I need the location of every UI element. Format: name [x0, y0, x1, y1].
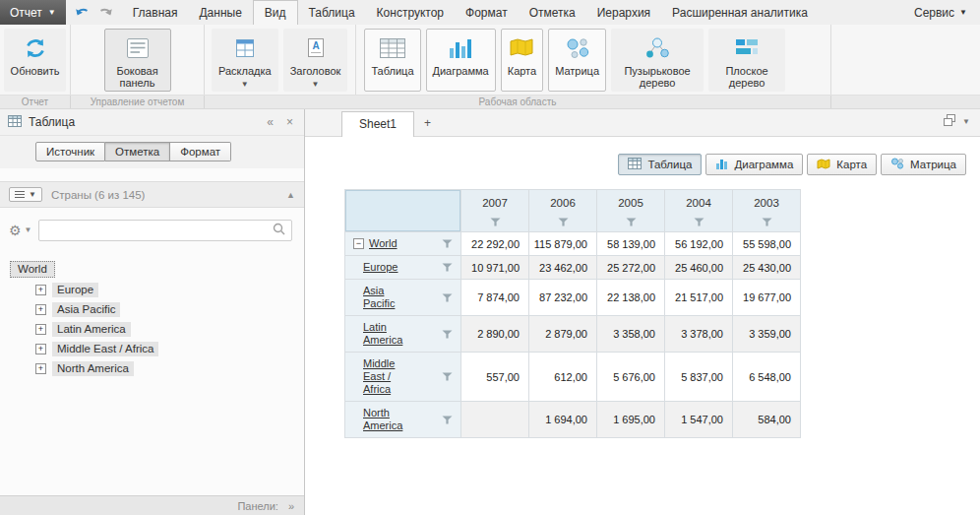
menu-tab-7[interactable]: Отметка [519, 0, 586, 25]
expand-icon[interactable]: + [35, 363, 46, 374]
service-menu-button[interactable]: Сервис ▼ [901, 0, 980, 25]
tree-item[interactable]: +Latin America [35, 322, 296, 337]
tree-item-label[interactable]: Asia Pacific [52, 302, 120, 317]
column-header[interactable]: 2003 [733, 189, 801, 232]
data-cell[interactable]: 3 378,00 [665, 316, 733, 353]
sidebar-tab-1[interactable]: Источник [35, 142, 105, 161]
close-panel-icon[interactable]: × [283, 115, 296, 129]
data-cell[interactable]: 115 879,00 [529, 232, 597, 256]
filter-icon[interactable] [490, 218, 501, 226]
sheet-tab[interactable]: Sheet1 [341, 111, 414, 137]
data-cell[interactable]: 25 430,00 [733, 256, 801, 280]
data-cell[interactable]: 56 192,00 [665, 232, 733, 256]
table-corner-cell[interactable] [344, 189, 461, 232]
chevron-down-icon[interactable]: ▼ [962, 118, 970, 126]
data-cell[interactable]: 3 359,00 [733, 316, 801, 353]
expand-icon[interactable]: + [35, 344, 46, 354]
bubble-tree-button[interactable]: Пузырьковое дерево [611, 29, 704, 92]
data-cell[interactable]: 2 879,00 [529, 316, 597, 353]
add-sheet-button[interactable]: + [414, 111, 441, 136]
tree-item-label[interactable]: Europe [52, 283, 98, 297]
flat-tree-button[interactable]: Плоское дерево [708, 29, 785, 92]
member-link[interactable]: North America [363, 407, 414, 432]
refresh-button[interactable]: Обновить [4, 29, 67, 92]
tree-item[interactable]: +Asia Pacific [35, 302, 296, 317]
tree-item-label[interactable]: Latin America [52, 322, 131, 337]
row-header[interactable]: Middle East / Africa [344, 353, 461, 402]
menu-tab-1[interactable]: Главная [122, 0, 189, 25]
report-menu-button[interactable]: Отчет ▼ [0, 0, 66, 25]
view-chart-button[interactable]: Диаграмма [705, 154, 803, 175]
menu-tab-4[interactable]: Таблица [298, 0, 366, 25]
row-header[interactable]: Latin America [344, 316, 461, 353]
collapse-panel-icon[interactable]: « [264, 115, 276, 129]
menu-tab-6[interactable]: Формат [455, 0, 519, 25]
window-cascade-icon[interactable] [943, 113, 956, 130]
data-cell[interactable]: 10 971,00 [461, 256, 529, 280]
data-cell[interactable]: 58 139,00 [597, 232, 665, 256]
filter-icon[interactable] [442, 293, 453, 302]
data-cell[interactable]: 21 517,00 [665, 280, 733, 316]
data-cell[interactable]: 22 292,00 [461, 232, 529, 256]
settings-button[interactable]: ⚙ ▼ [9, 223, 31, 238]
expand-icon[interactable]: + [35, 285, 46, 295]
data-cell[interactable]: 7 874,00 [461, 280, 529, 316]
menu-tab-2[interactable]: Данные [188, 0, 252, 25]
title-button[interactable]: A Заголовок ▼ [283, 29, 348, 92]
view-table-button[interactable]: Таблица [618, 154, 702, 175]
data-cell[interactable]: 557,00 [461, 353, 529, 402]
filter-icon[interactable] [694, 218, 704, 226]
filter-icon[interactable] [442, 239, 453, 248]
tree-item-label[interactable]: North America [52, 361, 134, 376]
menu-tab-3[interactable]: Вид [253, 0, 298, 25]
data-cell[interactable] [461, 402, 529, 438]
tree-item-world[interactable]: World [10, 261, 296, 278]
data-cell[interactable]: 25 460,00 [665, 256, 733, 280]
table-view-button[interactable]: Таблица [364, 29, 420, 92]
filter-icon[interactable] [442, 372, 453, 381]
data-cell[interactable]: 23 462,00 [529, 256, 597, 280]
layout-button[interactable]: Раскладка ▼ [212, 29, 278, 92]
row-header[interactable]: Europe [344, 256, 461, 280]
view-matrix-button[interactable]: Матрица [881, 154, 966, 175]
redo-icon[interactable] [98, 5, 113, 21]
matrix-view-button[interactable]: Матрица [548, 29, 606, 92]
view-map-button[interactable]: Карта [807, 154, 877, 175]
member-link[interactable]: Europe [363, 261, 414, 274]
collapse-section-icon[interactable]: ▲ [286, 190, 295, 200]
filter-icon[interactable] [442, 416, 453, 424]
data-cell[interactable]: 22 138,00 [597, 280, 665, 316]
chart-view-button[interactable]: Диаграмма [426, 29, 496, 92]
row-header[interactable]: −World [344, 232, 461, 256]
row-header[interactable]: Asia Pacific [344, 280, 461, 316]
panels-more-icon[interactable]: » [288, 500, 294, 512]
data-cell[interactable]: 6 548,00 [733, 353, 801, 402]
member-link[interactable]: Middle East / Africa [363, 357, 414, 396]
tree-item[interactable]: +Middle East / Africa [35, 342, 296, 356]
side-panel-button[interactable]: Боковая панель [104, 29, 171, 92]
menu-tab-8[interactable]: Иерархия [586, 0, 661, 25]
data-cell[interactable]: 55 598,00 [733, 232, 801, 256]
data-cell[interactable]: 5 676,00 [597, 353, 665, 402]
data-cell[interactable]: 1 695,00 [597, 402, 665, 438]
data-cell[interactable]: 612,00 [529, 353, 597, 402]
member-link[interactable]: Latin America [363, 321, 414, 347]
tree-item[interactable]: +North America [35, 361, 296, 376]
tree-item-label[interactable]: Middle East / Africa [52, 342, 158, 356]
sidebar-tab-2[interactable]: Отметка [105, 142, 170, 161]
data-cell[interactable]: 25 272,00 [597, 256, 665, 280]
column-header[interactable]: 2006 [529, 189, 597, 232]
data-cell[interactable]: 19 677,00 [733, 280, 801, 316]
column-header[interactable]: 2007 [461, 189, 529, 232]
column-header[interactable]: 2004 [665, 189, 733, 232]
member-link[interactable]: World [369, 237, 398, 250]
data-cell[interactable]: 87 232,00 [529, 280, 597, 316]
tree-item[interactable]: +Europe [35, 283, 296, 297]
filter-icon[interactable] [762, 218, 772, 226]
row-header[interactable]: North America [344, 402, 461, 438]
filter-icon[interactable] [442, 263, 453, 272]
member-link[interactable]: Asia Pacific [363, 285, 414, 310]
data-cell[interactable]: 2 890,00 [461, 316, 529, 353]
collapse-icon[interactable]: − [353, 238, 364, 249]
data-cell[interactable]: 584,00 [733, 402, 801, 438]
